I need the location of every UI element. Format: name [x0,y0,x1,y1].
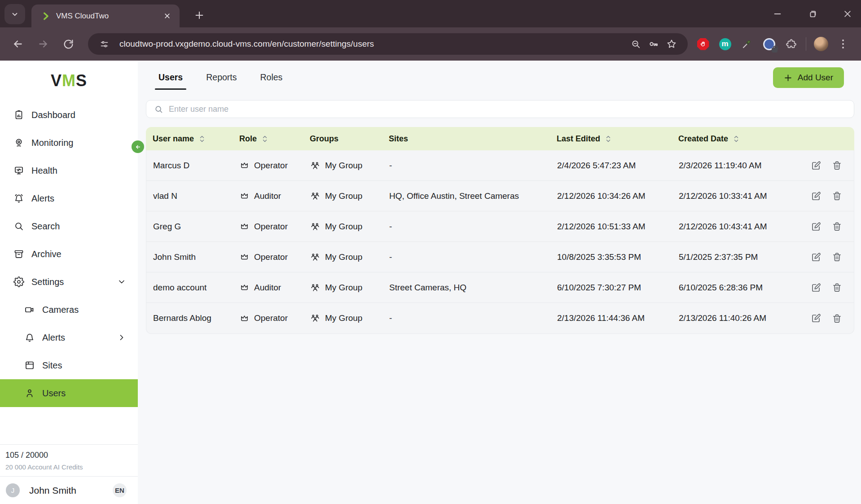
col-created-date[interactable]: Created Date [678,134,812,144]
sites-cell: - [389,252,557,262]
col-last-edited[interactable]: Last Edited [557,134,678,144]
extensions-puzzle-icon[interactable] [784,37,798,51]
edit-user-button[interactable] [812,281,821,294]
site-settings-icon[interactable] [95,35,113,53]
sites-cell: - [389,313,557,323]
row-actions [812,251,854,263]
groups-cell: My Group [310,161,389,171]
table-row[interactable]: demo account Auditor My Group Street Cam… [146,272,854,303]
bookmark-star-icon[interactable] [663,35,681,53]
sidebar-item-health[interactable]: Health [0,157,138,184]
person-icon [24,388,35,399]
minimize-button[interactable] [770,7,785,21]
edit-user-button[interactable] [812,220,821,233]
table-row[interactable]: Greg G Operator My Group - 2/12/2026 10:… [146,211,854,242]
last-edited-cell: 2/12/2026 10:51:33 AM [557,222,679,232]
delete-user-button[interactable] [832,251,842,263]
people-group-icon [310,313,320,323]
user-name-cell: vlad N [146,191,240,201]
add-user-button[interactable]: Add User [773,67,844,88]
language-selector[interactable]: EN [113,483,127,497]
edit-user-button[interactable] [812,190,821,202]
tab-close-button[interactable] [161,10,173,22]
sort-icon[interactable] [606,135,611,143]
user-name: John Smith [29,485,113,496]
edit-user-button[interactable] [812,312,821,324]
browser-menu-icon[interactable] [836,37,850,51]
delete-user-button[interactable] [832,159,842,172]
role-cell: Auditor [240,283,310,293]
tab-users[interactable]: Users [158,72,184,90]
sidebar-nav: Dashboard Monitoring Health Alerts Searc… [0,101,138,407]
table-row[interactable]: Bernards Ablog Operator My Group - 2/13/… [146,303,854,333]
window-controls [770,0,855,27]
new-tab-button[interactable] [190,6,208,24]
back-button[interactable] [8,34,28,54]
table-row[interactable]: vlad N Auditor My Group HQ, Office Austi… [146,181,854,211]
sidebar-item-monitoring[interactable]: Monitoring [0,129,138,157]
account-row[interactable]: J John Smith EN [0,476,138,504]
extensions-area: m [696,37,850,51]
col-user-name[interactable]: User name [146,134,239,144]
tab-search-button[interactable] [4,4,25,24]
maximize-button[interactable] [805,7,820,21]
last-edited-cell: 2/4/2026 5:47:23 AM [557,161,679,171]
browser-profile-avatar[interactable] [814,37,828,51]
created-date-cell: 2/3/2026 11:19:40 AM [679,161,812,171]
sidebar-collapse-button[interactable] [132,140,144,153]
forward-button[interactable] [33,34,53,54]
sort-icon[interactable] [199,135,205,143]
gear-icon [13,276,24,287]
url-bar[interactable]: cloudtwo-prod.vxgdemo.cloud-vms.com/en/c… [88,33,688,55]
credits-label: 20 000 Account AI Credits [5,463,138,471]
adblock-hand-icon[interactable] [696,37,710,51]
sites-cell: HQ, Office Austin, Street Cameras [389,191,557,201]
role-cell: Auditor [240,191,310,201]
people-group-icon [310,283,320,293]
extension-m-icon[interactable]: m [718,37,732,51]
page-tabs-row: Users Reports Roles Add User [146,61,854,100]
sidebar-item-alerts[interactable]: Alerts [0,184,138,212]
row-actions [812,281,854,294]
sidebar-footer: 105 / 20000 20 000 Account AI Credits J … [0,444,138,504]
sidebar-item-alerts-settings[interactable]: Alerts [0,324,138,351]
password-key-icon[interactable] [645,35,663,53]
sidebar-item-archive[interactable]: Archive [0,240,138,268]
delete-user-button[interactable] [832,220,842,233]
search-input[interactable] [146,100,854,118]
sort-icon[interactable] [262,135,268,143]
delete-user-button[interactable] [832,190,842,202]
eyedropper-icon[interactable] [740,37,754,51]
sidebar-item-users[interactable]: Users [0,379,138,407]
sidebar-item-cameras[interactable]: Cameras [0,296,138,324]
sidebar-item-settings[interactable]: Settings [0,268,138,296]
tab-reports[interactable]: Reports [205,72,237,90]
arrow-left-icon [135,144,141,150]
role-cell: Operator [240,161,310,171]
sidebar-item-sites[interactable]: Sites [0,351,138,379]
crown-role-icon [240,161,249,170]
groups-cell: My Group [310,191,389,201]
edit-user-button[interactable] [812,251,821,263]
dashboard-icon [13,110,24,120]
col-role[interactable]: Role [239,134,310,144]
tab-roles[interactable]: Roles [259,72,284,90]
browser-window: VMS CloudTwo [0,0,861,504]
last-edited-cell: 2/13/2026 11:44:36 AM [557,313,679,323]
table-row[interactable]: Marcus D Operator My Group - 2/4/2026 5:… [146,150,854,181]
zoom-out-icon[interactable] [627,35,645,53]
sidebar-item-search[interactable]: Search [0,212,138,240]
reload-button[interactable] [58,34,78,54]
password-manager-icon[interactable] [762,37,776,51]
edit-user-button[interactable] [812,159,821,172]
people-group-icon [310,191,320,201]
close-window-button[interactable] [840,7,855,21]
user-search [146,100,854,118]
browser-tab[interactable]: VMS CloudTwo [31,4,180,27]
sidebar-item-dashboard[interactable]: Dashboard [0,101,138,129]
table-header: User name Role Groups Sites Last Edite [146,127,854,150]
table-row[interactable]: John Smith Operator My Group - 10/8/2025… [146,242,854,272]
delete-user-button[interactable] [832,281,842,294]
delete-user-button[interactable] [832,312,842,324]
sort-icon[interactable] [734,135,739,143]
